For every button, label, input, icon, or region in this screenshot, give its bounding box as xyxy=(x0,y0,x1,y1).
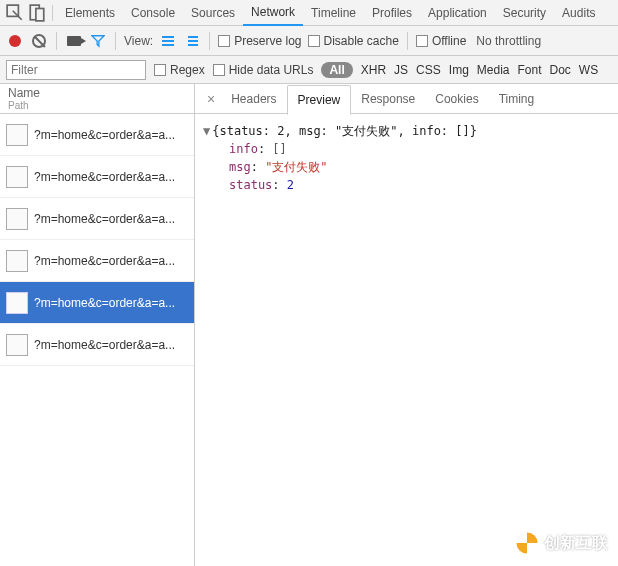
preview-summary-line[interactable]: ▼{status: 2, msg: "支付失败", info: []} xyxy=(203,122,610,140)
filter-type-font[interactable]: Font xyxy=(518,63,542,77)
logo-text: 创新互联 xyxy=(544,533,608,554)
preserve-log-label: Preserve log xyxy=(234,34,301,48)
device-icon[interactable] xyxy=(28,4,46,22)
preview-info-line: info: [] xyxy=(203,140,610,158)
val-status: 2 xyxy=(287,178,294,192)
val-msg: "支付失败" xyxy=(265,160,327,174)
filter-type-media[interactable]: Media xyxy=(477,63,510,77)
disable-cache-checkbox[interactable]: Disable cache xyxy=(308,34,399,48)
filter-input[interactable] xyxy=(6,60,146,80)
logo-icon xyxy=(514,530,540,556)
separator xyxy=(407,32,408,50)
preserve-log-checkbox[interactable]: Preserve log xyxy=(218,34,301,48)
tab-security[interactable]: Security xyxy=(495,1,554,25)
disable-cache-label: Disable cache xyxy=(324,34,399,48)
separator xyxy=(56,32,57,50)
request-thumb-icon xyxy=(6,208,28,230)
request-thumb-icon xyxy=(6,166,28,188)
tab-console[interactable]: Console xyxy=(123,1,183,25)
request-label: ?m=home&c=order&a=a... xyxy=(34,212,188,226)
filter-type-img[interactable]: Img xyxy=(449,63,469,77)
tab-profiles[interactable]: Profiles xyxy=(364,1,420,25)
val-info: [] xyxy=(272,142,286,156)
request-label: ?m=home&c=order&a=a... xyxy=(34,170,188,184)
separator xyxy=(52,5,53,21)
svg-rect-2 xyxy=(36,8,44,20)
request-row[interactable]: ?m=home&c=order&a=a... xyxy=(0,240,194,282)
tab-headers[interactable]: Headers xyxy=(221,85,286,113)
clear-icon[interactable] xyxy=(30,32,48,50)
throttling-select[interactable]: No throttling xyxy=(476,34,541,48)
tab-cookies[interactable]: Cookies xyxy=(425,85,488,113)
view-label: View: xyxy=(124,34,153,48)
requests-list: ?m=home&c=order&a=a...?m=home&c=order&a=… xyxy=(0,114,194,566)
network-toolbar: View: Preserve log Disable cache Offline… xyxy=(0,26,618,56)
filter-type-css[interactable]: CSS xyxy=(416,63,441,77)
filter-type-doc[interactable]: Doc xyxy=(550,63,571,77)
network-filter-row: Regex Hide data URLs All XHR JS CSS Img … xyxy=(0,56,618,84)
large-rows-icon[interactable] xyxy=(159,32,177,50)
watermark-logo: 创新互联 xyxy=(514,530,608,556)
offline-label: Offline xyxy=(432,34,466,48)
requests-header-path: Path xyxy=(8,100,186,111)
separator xyxy=(115,32,116,50)
request-thumb-icon xyxy=(6,292,28,314)
request-label: ?m=home&c=order&a=a... xyxy=(34,296,188,310)
tab-audits[interactable]: Audits xyxy=(554,1,603,25)
tab-elements[interactable]: Elements xyxy=(57,1,123,25)
tab-response[interactable]: Response xyxy=(351,85,425,113)
network-content: Name Path ?m=home&c=order&a=a...?m=home&… xyxy=(0,84,618,566)
request-thumb-icon xyxy=(6,334,28,356)
tab-application[interactable]: Application xyxy=(420,1,495,25)
requests-header-name: Name xyxy=(8,86,186,100)
filter-type-js[interactable]: JS xyxy=(394,63,408,77)
hide-data-urls-checkbox[interactable]: Hide data URLs xyxy=(213,63,314,77)
request-label: ?m=home&c=order&a=a... xyxy=(34,338,188,352)
tab-timing[interactable]: Timing xyxy=(489,85,545,113)
request-row[interactable]: ?m=home&c=order&a=a... xyxy=(0,114,194,156)
tab-sources[interactable]: Sources xyxy=(183,1,243,25)
record-icon[interactable] xyxy=(6,32,24,50)
details-pane: × Headers Preview Response Cookies Timin… xyxy=(195,84,618,566)
request-row[interactable]: ?m=home&c=order&a=a... xyxy=(0,324,194,366)
devtools-main-tabbar: Elements Console Sources Network Timelin… xyxy=(0,0,618,26)
inspect-icon[interactable] xyxy=(6,4,24,22)
details-tabs: × Headers Preview Response Cookies Timin… xyxy=(195,84,618,114)
separator xyxy=(209,32,210,50)
regex-label: Regex xyxy=(170,63,205,77)
preview-msg-line: msg: "支付失败" xyxy=(203,158,610,176)
request-label: ?m=home&c=order&a=a... xyxy=(34,128,188,142)
tab-preview[interactable]: Preview xyxy=(287,85,352,115)
key-status: status xyxy=(229,178,272,192)
preview-body: ▼{status: 2, msg: "支付失败", info: []} info… xyxy=(195,114,618,202)
request-row[interactable]: ?m=home&c=order&a=a... xyxy=(0,282,194,324)
expand-triangle-icon[interactable]: ▼ xyxy=(203,124,210,138)
filter-icon[interactable] xyxy=(89,32,107,50)
request-thumb-icon xyxy=(6,250,28,272)
key-msg: msg xyxy=(229,160,251,174)
key-info: info xyxy=(229,142,258,156)
request-row[interactable]: ?m=home&c=order&a=a... xyxy=(0,198,194,240)
request-row[interactable]: ?m=home&c=order&a=a... xyxy=(0,156,194,198)
preview-summary: {status: 2, msg: "支付失败", info: []} xyxy=(212,124,477,138)
preview-status-line: status: 2 xyxy=(203,176,610,194)
requests-pane: Name Path ?m=home&c=order&a=a...?m=home&… xyxy=(0,84,195,566)
tab-timeline[interactable]: Timeline xyxy=(303,1,364,25)
request-thumb-icon xyxy=(6,124,28,146)
filter-type-all[interactable]: All xyxy=(321,62,352,78)
requests-header[interactable]: Name Path xyxy=(0,84,194,114)
request-label: ?m=home&c=order&a=a... xyxy=(34,254,188,268)
capture-icon[interactable] xyxy=(65,32,83,50)
filter-type-xhr[interactable]: XHR xyxy=(361,63,386,77)
offline-checkbox[interactable]: Offline xyxy=(416,34,466,48)
small-rows-icon[interactable] xyxy=(183,32,201,50)
hide-data-urls-label: Hide data URLs xyxy=(229,63,314,77)
tab-network[interactable]: Network xyxy=(243,0,303,26)
close-details-icon[interactable]: × xyxy=(201,91,221,107)
regex-checkbox[interactable]: Regex xyxy=(154,63,205,77)
filter-type-ws[interactable]: WS xyxy=(579,63,598,77)
